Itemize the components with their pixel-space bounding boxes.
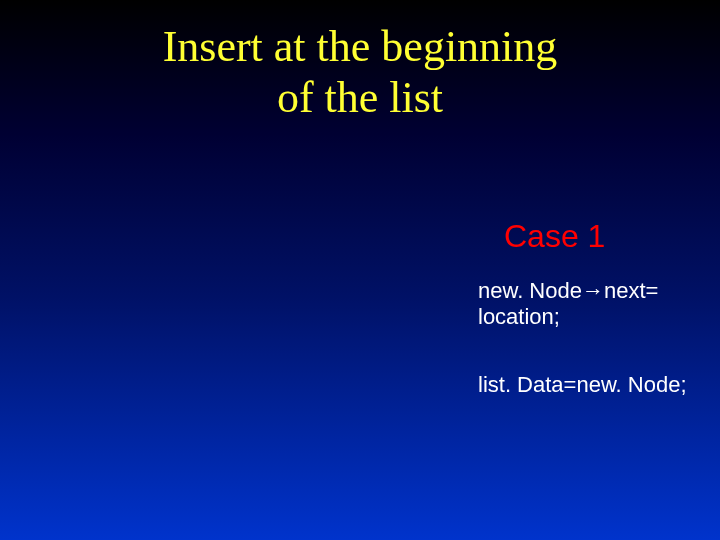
case-label: Case 1 [504,218,605,255]
code-line-2: location; [478,304,560,329]
slide-title: Insert at the beginning of the list [0,22,720,123]
title-line-1: Insert at the beginning [163,22,558,71]
code-block-2: list. Data=new. Node; [478,372,687,398]
slide: Insert at the beginning of the list Case… [0,0,720,540]
code-line-3: list. Data=new. Node; [478,372,687,397]
code-line-1: new. Node→next= [478,278,658,303]
title-line-2: of the list [277,73,443,122]
code-block-1: new. Node→next= location; [478,278,658,331]
